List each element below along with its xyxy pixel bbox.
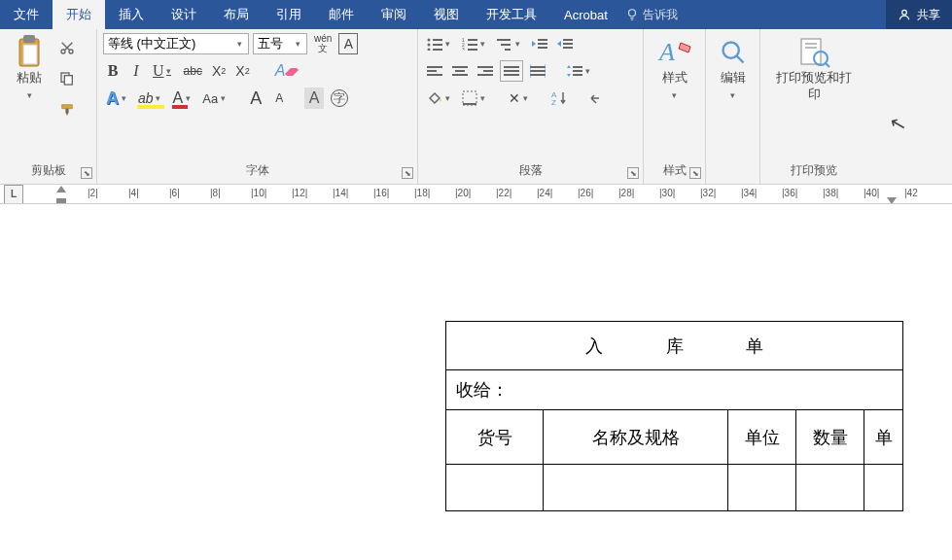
tab-acrobat[interactable]: Acrobat xyxy=(550,0,621,29)
align-right-button[interactable] xyxy=(475,60,496,82)
tab-mailings[interactable]: 邮件 xyxy=(315,0,368,29)
header-cell-3[interactable]: 数量 xyxy=(796,410,864,465)
increase-indent-button[interactable] xyxy=(554,33,576,54)
grow-font-button[interactable]: A xyxy=(246,88,265,109)
paste-button[interactable]: 粘贴▾ xyxy=(6,33,53,105)
empty-cell[interactable] xyxy=(544,465,728,511)
underline-button[interactable]: U▾ xyxy=(150,60,177,82)
ruler-mark: |34| xyxy=(741,188,757,198)
person-icon xyxy=(898,8,911,21)
subscript-button[interactable]: X2 xyxy=(209,60,229,82)
font-launcher[interactable]: ⬊ xyxy=(402,167,413,179)
tab-selector[interactable]: L xyxy=(4,185,23,204)
char-border-button[interactable]: A xyxy=(338,33,358,54)
format-painter-button[interactable] xyxy=(56,99,78,121)
header-cell-1[interactable]: 名称及规格 xyxy=(544,410,728,465)
clipboard-launcher[interactable]: ⬊ xyxy=(81,167,92,179)
empty-cell[interactable] xyxy=(864,465,903,511)
ruler-mark: |40| xyxy=(864,188,879,198)
group-editing: 编辑▾ xyxy=(706,29,760,184)
svg-text:Z: Z xyxy=(551,98,556,106)
tab-references[interactable]: 引用 xyxy=(263,0,315,29)
justify-button[interactable] xyxy=(500,60,523,82)
tab-home[interactable]: 开始 xyxy=(53,0,105,29)
border-icon xyxy=(462,90,477,106)
header-cell-4[interactable]: 单 xyxy=(864,410,903,465)
paragraph-launcher[interactable]: ⬊ xyxy=(627,167,639,179)
empty-cell[interactable] xyxy=(796,465,864,511)
multilevel-icon xyxy=(497,37,512,51)
svg-rect-33 xyxy=(452,66,468,68)
italic-button[interactable]: I xyxy=(126,60,146,82)
pilcrow-icon xyxy=(588,90,604,106)
distribute-button[interactable] xyxy=(527,60,548,82)
empty-cell[interactable] xyxy=(728,465,796,511)
empty-cell[interactable] xyxy=(446,465,544,511)
align-center-button[interactable] xyxy=(449,60,471,82)
phonetic-guide-button[interactable]: wén文 xyxy=(311,33,335,54)
tab-design[interactable]: 设计 xyxy=(158,0,210,29)
enclose-char-button[interactable]: 字 xyxy=(328,88,351,109)
svg-rect-41 xyxy=(504,74,519,76)
dropdown-icon: ▾ xyxy=(27,90,32,100)
editing-button[interactable]: 编辑▾ xyxy=(712,33,755,105)
tellme-search[interactable]: 告诉我 xyxy=(625,0,678,29)
font-color-button[interactable]: A▾ xyxy=(170,88,196,109)
svg-rect-35 xyxy=(452,74,468,76)
cut-button[interactable] xyxy=(56,37,78,58)
font-size-selector[interactable]: 五号▾ xyxy=(253,33,307,54)
tab-file[interactable]: 文件 xyxy=(0,0,53,29)
char-shading-button[interactable]: A xyxy=(304,88,324,109)
tab-layout[interactable]: 布局 xyxy=(210,0,263,29)
bold-button[interactable]: B xyxy=(103,60,123,82)
document-table[interactable]: 入 库 单 收给： 货号 名称及规格 单位 数量 单 xyxy=(445,321,903,511)
table-label-row[interactable]: 收给： xyxy=(446,370,903,410)
right-indent-marker[interactable] xyxy=(887,197,897,204)
header-cell-2[interactable]: 单位 xyxy=(728,410,796,465)
clear-formatting-button[interactable]: A xyxy=(272,60,302,82)
styles-button[interactable]: A 样式▾ xyxy=(650,33,700,105)
svg-rect-20 xyxy=(468,49,477,51)
outdent-icon xyxy=(532,37,547,51)
shading-button[interactable]: ▾ xyxy=(424,88,455,109)
change-case-button[interactable]: Aa▾ xyxy=(199,88,230,109)
bullets-button[interactable]: ▾ xyxy=(424,33,455,54)
show-marks-button[interactable] xyxy=(585,88,607,109)
highlight-button[interactable]: ab▾ xyxy=(135,88,166,109)
superscript-button[interactable]: X2 xyxy=(232,60,252,82)
copy-button[interactable] xyxy=(56,68,78,89)
tab-insert[interactable]: 插入 xyxy=(105,0,158,29)
svg-point-13 xyxy=(428,49,431,52)
font-name-selector[interactable]: 等线 (中文正文)▾ xyxy=(103,33,249,54)
share-button[interactable]: 共享 xyxy=(886,0,952,29)
group-paragraph: ▾ 123▾ ▾ ▾ ▾ ▾ ✕▾ AZ xyxy=(418,29,644,184)
sort-button[interactable]: AZ xyxy=(548,88,570,109)
editing-group-label xyxy=(712,162,754,184)
decrease-indent-button[interactable] xyxy=(529,33,550,54)
ruler-mark: |36| xyxy=(782,188,797,198)
table-title-cell[interactable]: 入 库 单 xyxy=(446,322,903,370)
numbering-button[interactable]: 123▾ xyxy=(459,33,490,54)
line-spacing-button[interactable]: ▾ xyxy=(564,60,595,82)
strikethrough-button[interactable]: abc xyxy=(181,60,205,82)
multilevel-list-button[interactable]: ▾ xyxy=(494,33,525,54)
scissors-icon xyxy=(59,40,75,55)
hanging-indent-marker[interactable] xyxy=(56,198,66,204)
header-cell-0[interactable]: 货号 xyxy=(446,410,544,465)
print-preview-button[interactable]: 打印预览和打印 xyxy=(766,33,862,105)
horizontal-ruler[interactable]: L |2||4||6||8||10||12||14||16||18||20||2… xyxy=(0,185,952,204)
svg-rect-10 xyxy=(433,39,442,41)
tab-developer[interactable]: 开发工具 xyxy=(473,0,550,29)
tab-review[interactable]: 审阅 xyxy=(368,0,420,29)
left-indent-marker[interactable] xyxy=(56,186,66,192)
document-area[interactable]: 入 库 单 收给： 货号 名称及规格 单位 数量 单 xyxy=(0,204,952,560)
text-effects-button[interactable]: A▾ xyxy=(103,88,131,109)
asian-layout-button[interactable]: ✕▾ xyxy=(506,88,533,109)
styles-icon: A xyxy=(657,37,692,68)
align-left-button[interactable] xyxy=(424,60,445,82)
styles-launcher[interactable]: ⬊ xyxy=(689,167,701,179)
tab-view[interactable]: 视图 xyxy=(420,0,473,29)
eraser-icon xyxy=(285,66,299,76)
borders-button[interactable]: ▾ xyxy=(459,88,490,109)
shrink-font-button[interactable]: A xyxy=(269,88,289,109)
